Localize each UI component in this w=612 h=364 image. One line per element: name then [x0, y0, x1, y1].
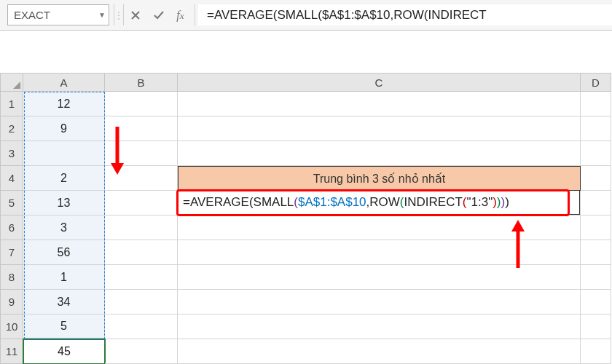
cell-a10[interactable]: 5	[23, 314, 105, 339]
formula-input[interactable]: =AVERAGE(SMALL($A$1:$A$10,ROW(INDIRECT	[198, 4, 612, 25]
cell-c8[interactable]	[178, 265, 581, 290]
row-header-7[interactable]: 7	[0, 240, 23, 265]
col-header-c[interactable]: C	[178, 73, 581, 92]
cell-a3[interactable]	[23, 141, 105, 166]
cell-c4[interactable]: Trung bình 3 số nhỏ nhất	[178, 166, 581, 191]
cell-b4[interactable]	[105, 166, 178, 191]
cell-a8[interactable]: 1	[23, 265, 105, 290]
cell-d6[interactable]	[581, 215, 611, 240]
cell-d9[interactable]	[581, 290, 611, 314]
cell-a11[interactable]: 45	[23, 339, 106, 364]
col-header-a[interactable]: A	[23, 73, 105, 92]
cell-d3[interactable]	[581, 141, 611, 166]
cell-c5-formula: =AVERAGE(SMALL($A$1:$A$10,ROW(INDIRECT("…	[178, 191, 580, 215]
f-range: $A$1:$A$10	[298, 195, 366, 210]
cell-c2[interactable]	[178, 116, 581, 141]
row-header-6[interactable]: 6	[0, 215, 23, 240]
cell-b1[interactable]	[105, 92, 178, 116]
cancel-formula-button[interactable]	[124, 0, 147, 30]
cell-c6[interactable]	[178, 215, 581, 240]
cell-c3[interactable]	[178, 141, 581, 166]
select-all-corner[interactable]	[0, 73, 23, 92]
cell-d1[interactable]	[581, 92, 611, 116]
cell-d8[interactable]	[581, 265, 611, 290]
row-header-5[interactable]: 5	[0, 191, 23, 215]
cell-b7[interactable]	[105, 240, 178, 265]
cell-d11[interactable]	[581, 339, 611, 364]
c4-label: Trung bình 3 số nhỏ nhất	[313, 172, 446, 186]
fx-icon: fx	[176, 9, 184, 22]
f-small: SMALL	[254, 195, 294, 210]
ribbon-spacer	[0, 31, 612, 73]
cell-b3[interactable]	[105, 141, 178, 166]
cell-c7[interactable]	[178, 240, 581, 265]
cell-a9[interactable]: 34	[23, 290, 105, 314]
col-header-d[interactable]: D	[581, 73, 611, 92]
chevron-down-icon[interactable]: ▼	[98, 11, 106, 19]
check-icon	[153, 9, 165, 21]
cell-b10[interactable]	[105, 314, 178, 339]
x-icon	[130, 9, 141, 21]
cell-c10[interactable]	[178, 314, 581, 339]
row-header-11[interactable]: 11	[0, 339, 23, 364]
f-str: "1:3"	[466, 195, 493, 210]
row-header-2[interactable]: 2	[0, 116, 23, 141]
cell-d4[interactable]	[581, 166, 611, 191]
cell-d5[interactable]	[581, 191, 611, 215]
formula-bar: EXACT ▼ ⋮ fx =AVERAGE(SMALL($A$1:$A$10,R…	[0, 0, 612, 31]
cell-b5[interactable]	[105, 191, 178, 215]
name-box-value: EXACT	[14, 9, 50, 21]
cell-a4[interactable]: 2	[23, 166, 105, 191]
insert-function-button[interactable]: fx	[170, 4, 195, 25]
cell-a7[interactable]: 56	[23, 240, 105, 265]
formula-text: =AVERAGE(SMALL($A$1:$A$10,ROW(INDIRECT	[207, 8, 487, 23]
row-header-1[interactable]: 1	[0, 92, 23, 116]
cell-b6[interactable]	[105, 215, 178, 240]
name-box[interactable]: EXACT ▼	[7, 4, 109, 25]
col-header-b[interactable]: B	[105, 73, 178, 92]
cell-b9[interactable]	[105, 290, 178, 314]
enter-formula-button[interactable]	[147, 0, 170, 30]
cell-a5[interactable]: 13	[23, 191, 105, 215]
f-paren1c: )	[505, 195, 509, 210]
row-header-8[interactable]: 8	[0, 265, 23, 290]
row-header-3[interactable]: 3	[0, 141, 23, 166]
cell-d10[interactable]	[581, 314, 611, 339]
cell-c11[interactable]	[178, 339, 581, 364]
formula-bar-separator: ⋮	[114, 4, 124, 25]
cell-d7[interactable]	[581, 240, 611, 265]
spreadsheet-grid[interactable]: A B C D 1 12 2 9 3 4 2 Trung bình 3 số n…	[0, 73, 612, 364]
f-indirect: INDIRECT	[404, 195, 463, 210]
cell-c9[interactable]	[178, 290, 581, 314]
row-header-4[interactable]: 4	[0, 166, 23, 191]
f-avg: =AVERAGE	[183, 195, 249, 210]
row-header-10[interactable]: 10	[0, 314, 23, 339]
cell-b8[interactable]	[105, 265, 178, 290]
cell-c5[interactable]: =AVERAGE(SMALL($A$1:$A$10,ROW(INDIRECT("…	[178, 191, 581, 215]
cell-c1[interactable]	[178, 92, 581, 116]
cell-a6[interactable]: 3	[23, 215, 105, 240]
cell-b2[interactable]	[105, 116, 178, 141]
row-header-9[interactable]: 9	[0, 290, 23, 314]
cell-d2[interactable]	[581, 116, 611, 141]
cell-b11[interactable]	[105, 339, 178, 364]
f-row: ,ROW	[366, 195, 400, 210]
cell-a1[interactable]: 12	[23, 92, 105, 116]
cell-a2[interactable]: 9	[23, 116, 105, 141]
